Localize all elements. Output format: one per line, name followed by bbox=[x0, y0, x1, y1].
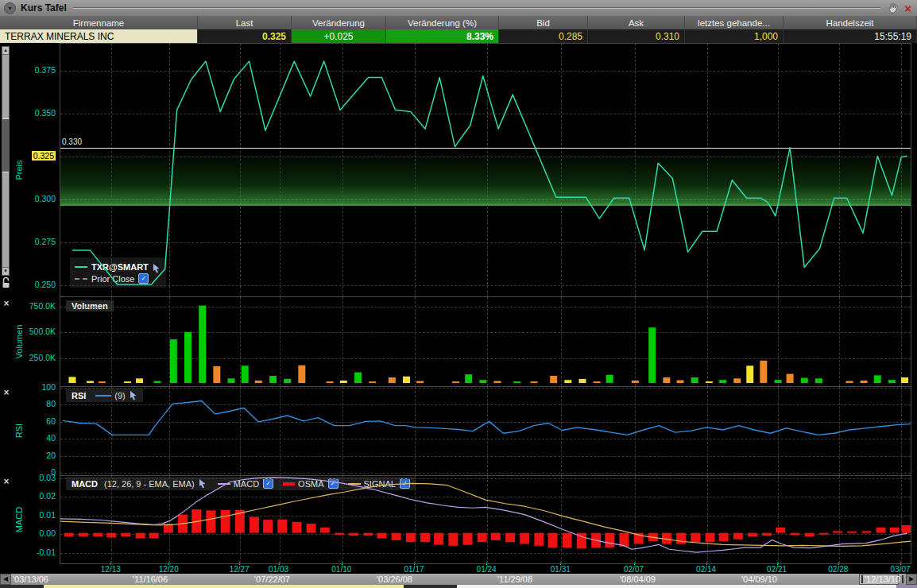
column-header[interactable]: Last bbox=[198, 16, 292, 29]
macd-panel[interactable] bbox=[60, 475, 911, 564]
quote-cell[interactable]: 0.285 bbox=[499, 29, 588, 43]
volume-bar bbox=[746, 366, 753, 383]
column-header[interactable]: Bid bbox=[499, 16, 588, 29]
volume-bar bbox=[479, 380, 486, 383]
volume-bar bbox=[255, 381, 262, 383]
quote-cell[interactable]: 1,000 bbox=[685, 29, 784, 43]
osma-bar bbox=[221, 510, 230, 533]
rsi-panel[interactable] bbox=[60, 386, 911, 475]
bottom-strip-segment bbox=[457, 585, 896, 588]
volume-bar bbox=[403, 377, 410, 383]
volume-bar bbox=[801, 378, 808, 383]
scrollbar-date-label: '08/04/09 bbox=[620, 574, 656, 585]
axis-title: Volumen bbox=[14, 325, 24, 359]
osma-bar bbox=[392, 533, 401, 540]
collapse-button[interactable]: ▼ bbox=[4, 2, 16, 14]
volume-bar bbox=[124, 381, 131, 383]
x-axis-label: 12/27 bbox=[230, 565, 250, 574]
scrollbar-date-label: '04/09/10 bbox=[741, 574, 777, 585]
volume-panel[interactable] bbox=[60, 296, 911, 386]
x-axis-label: 02/28 bbox=[828, 565, 848, 574]
history-scrollbar[interactable]: ◀ ▶ '12/13/10 '03/13/06'11/16/06'07/22/0… bbox=[0, 574, 917, 585]
chart-area: ▲ ▼ × × × TXR@SMART Prior Close ✓ Volume… bbox=[0, 43, 917, 588]
osma-bar bbox=[263, 520, 273, 533]
y-axis-label: 0.275 bbox=[13, 237, 56, 246]
osma-bar bbox=[805, 533, 814, 537]
lock-icon[interactable] bbox=[2, 277, 11, 288]
volume-bar bbox=[677, 380, 684, 383]
column-header[interactable]: letztes gehande... bbox=[685, 16, 784, 29]
osma-bar bbox=[705, 533, 714, 542]
y-axis-label: 0.250 bbox=[13, 280, 56, 289]
thumb-date-label: '12/13/10 bbox=[865, 574, 900, 584]
osma-bar bbox=[776, 528, 785, 533]
volume-bar bbox=[340, 381, 347, 383]
quote-cell[interactable]: 0.310 bbox=[588, 29, 685, 43]
osma-bar bbox=[406, 533, 416, 542]
y-axis-label: 100 bbox=[13, 382, 56, 392]
close-macd-panel-icon[interactable]: × bbox=[2, 477, 11, 486]
price-line bbox=[72, 61, 907, 284]
column-header[interactable]: Firmenname bbox=[0, 16, 198, 29]
osma-bar bbox=[733, 533, 743, 540]
titlebar[interactable]: ▼ Kurs Tafel × bbox=[0, 0, 917, 16]
column-header[interactable]: Ask bbox=[588, 16, 685, 29]
price-plot[interactable] bbox=[60, 44, 911, 296]
column-header[interactable]: Veränderung bbox=[292, 16, 386, 29]
scroll-down-icon[interactable]: ▼ bbox=[2, 267, 9, 275]
y-axis-label: 0.300 bbox=[13, 194, 56, 203]
volume-bar bbox=[242, 366, 249, 383]
volume-bar bbox=[706, 381, 713, 383]
quote-cell[interactable]: TERRAX MINERALS INC bbox=[0, 29, 198, 43]
scroll-left-icon[interactable]: ◀ bbox=[0, 574, 11, 585]
y-axis-label: -0.01 bbox=[13, 547, 56, 557]
osma-bar bbox=[292, 522, 301, 533]
volume-plot[interactable] bbox=[60, 297, 911, 386]
price-panel[interactable]: 0.330 bbox=[60, 43, 911, 296]
volume-bar bbox=[760, 361, 767, 383]
scrollbar-date-label: '03/13/06 bbox=[13, 574, 48, 585]
last-price-marker: 0.325 bbox=[13, 151, 56, 161]
volume-bar bbox=[87, 381, 94, 383]
titlebar-divider bbox=[73, 7, 880, 9]
osma-bar bbox=[902, 525, 911, 533]
close-volume-panel-icon[interactable]: × bbox=[2, 299, 11, 308]
volume-bar bbox=[578, 379, 586, 383]
volume-bar bbox=[493, 381, 501, 383]
osma-bar bbox=[491, 533, 501, 540]
column-header[interactable]: Veränderung (%) bbox=[386, 16, 499, 29]
axis-title: Preis bbox=[14, 160, 24, 180]
scroll-up-icon[interactable]: ▲ bbox=[2, 47, 9, 55]
osma-bar bbox=[463, 533, 473, 545]
quote-cell[interactable]: 8.33% bbox=[386, 29, 499, 43]
volume-bar bbox=[389, 377, 396, 383]
scrollbar-date-label: '07/22/07 bbox=[254, 574, 290, 585]
osma-bar bbox=[563, 533, 572, 547]
osma-bar bbox=[93, 533, 103, 537]
osma-bar bbox=[548, 533, 558, 547]
close-rsi-panel-icon[interactable]: × bbox=[2, 388, 11, 397]
rsi-plot[interactable] bbox=[60, 387, 911, 475]
quote-cell[interactable]: 15:55:19 bbox=[784, 29, 917, 43]
quote-cell[interactable]: +0.025 bbox=[292, 29, 386, 43]
window-title: Kurs Tafel bbox=[21, 2, 67, 14]
price-vertical-scrollbar[interactable]: ▲ ▼ bbox=[2, 46, 10, 276]
osma-bar bbox=[64, 533, 74, 537]
quote-cell[interactable]: 0.325 bbox=[198, 29, 292, 43]
volume-bar bbox=[416, 381, 424, 383]
scroll-right-icon[interactable]: ▶ bbox=[906, 574, 917, 585]
quote-row[interactable]: TERRAX MINERALS INC0.325+0.0258.33%0.285… bbox=[0, 29, 917, 43]
osma-bar bbox=[847, 532, 857, 533]
volume-bar bbox=[861, 381, 868, 383]
history-scrollbar-thumb[interactable]: '12/13/10 bbox=[859, 574, 899, 585]
close-icon[interactable]: × bbox=[904, 2, 911, 14]
macd-plot[interactable] bbox=[60, 476, 911, 563]
volume-bar bbox=[269, 376, 277, 383]
price-scrollbar-thumb[interactable] bbox=[2, 118, 9, 172]
y-axis-label: 0.03 bbox=[13, 473, 56, 482]
osma-bar bbox=[349, 533, 358, 536]
column-header[interactable]: Handelszeit bbox=[784, 16, 917, 29]
osma-bar bbox=[420, 533, 430, 542]
x-axis-label: 12/20 bbox=[159, 565, 179, 574]
drag-hand-icon[interactable] bbox=[887, 2, 900, 14]
